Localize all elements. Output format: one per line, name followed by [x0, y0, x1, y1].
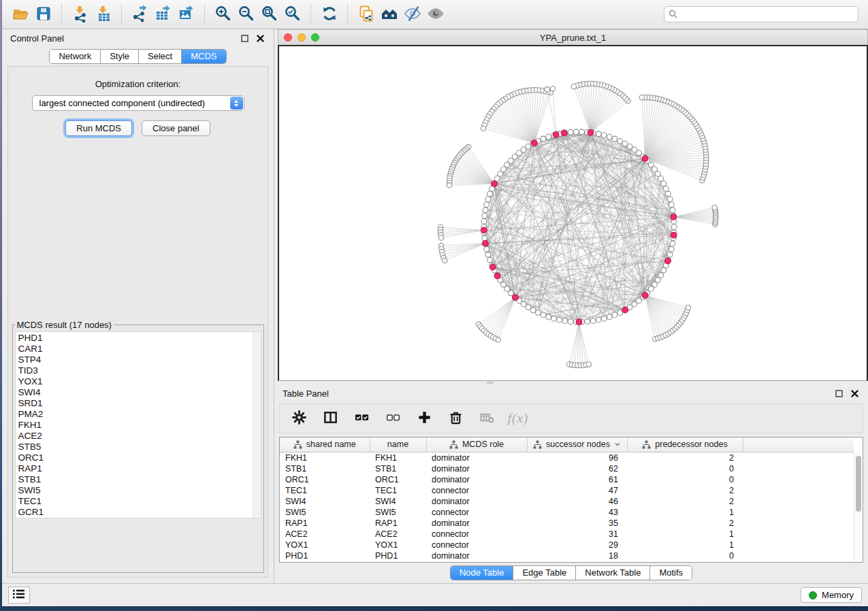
table-scrollbar-thumb[interactable]	[856, 456, 861, 512]
mcds-result-item[interactable]: SWI4	[18, 387, 261, 398]
table-scrollbar-track[interactable]	[854, 452, 862, 561]
predecessor-nodes-cell[interactable]: 0	[627, 463, 743, 474]
function-builder-button[interactable]: f(x)	[506, 407, 530, 430]
successor-nodes-cell[interactable]: 61	[527, 474, 627, 485]
delete-column-button[interactable]	[443, 407, 468, 430]
mcds-result-scrollbar[interactable]	[253, 332, 261, 518]
table-row[interactable]: ORC1ORC1dominator610	[280, 474, 854, 485]
refresh-view-button[interactable]	[318, 3, 341, 25]
successor-nodes-cell[interactable]: 62	[527, 463, 627, 474]
predecessor-nodes-cell[interactable]: 2	[627, 518, 743, 529]
table-tab-edge-table[interactable]: Edge Table	[513, 566, 576, 580]
export-image-button[interactable]	[175, 3, 198, 25]
run-mcds-button[interactable]: Run MCDS	[65, 120, 132, 136]
mcds-result-item[interactable]: TEC1	[18, 496, 261, 507]
predecessor-nodes-cell[interactable]: 2	[627, 496, 743, 507]
column-header-MCDS-role[interactable]: MCDS role	[426, 437, 527, 452]
table-tab-motifs[interactable]: Motifs	[650, 566, 692, 580]
empty-cell[interactable]	[743, 540, 854, 550]
column-header-shared-name[interactable]: shared name	[280, 437, 370, 452]
mcds-role-cell[interactable]: connector	[426, 485, 527, 496]
optimization-criterion-select[interactable]: largest connected component (undirected)	[32, 95, 244, 111]
empty-cell[interactable]	[743, 507, 854, 518]
close-table-panel-button[interactable]	[850, 389, 860, 399]
mcds-result-item[interactable]: SRD1	[18, 398, 261, 409]
table-row[interactable]: ACE2ACE2connector311	[280, 529, 854, 540]
save-session-button[interactable]	[32, 3, 55, 25]
shared-name-cell[interactable]: YOX1	[280, 540, 370, 550]
empty-cell[interactable]	[743, 518, 854, 529]
name-cell[interactable]: TEC1	[370, 485, 426, 496]
control-tab-select[interactable]: Select	[139, 50, 182, 63]
mcds-role-cell[interactable]: dominator	[426, 463, 527, 474]
mcds-result-item[interactable]: PMA2	[18, 409, 261, 420]
deselect-all-rows-button[interactable]	[381, 407, 405, 430]
table-row[interactable]: SWI4SWI4dominator462	[280, 496, 854, 507]
control-tab-style[interactable]: Style	[101, 50, 139, 63]
predecessor-nodes-cell[interactable]: 0	[627, 550, 743, 561]
shared-name-cell[interactable]: FKH1	[280, 452, 370, 463]
predecessor-nodes-cell[interactable]: 2	[627, 452, 743, 463]
predecessor-nodes-cell[interactable]: 1	[627, 529, 743, 540]
first-neighbors-button[interactable]	[378, 3, 401, 25]
column-header-predecessor-nodes[interactable]: predecessor nodes	[627, 437, 743, 452]
export-table-button[interactable]	[152, 3, 175, 25]
mcds-result-item[interactable]: GCR1	[18, 507, 261, 518]
mcds-role-cell[interactable]: connector	[426, 529, 527, 540]
mcds-result-item[interactable]: FKH1	[18, 420, 261, 431]
predecessor-nodes-cell[interactable]: 1	[627, 540, 743, 550]
shared-name-cell[interactable]: ACE2	[280, 529, 370, 540]
duplicate-network-button[interactable]	[355, 3, 378, 25]
zoom-selected-button[interactable]	[281, 3, 304, 25]
delete-table-button[interactable]	[475, 407, 499, 430]
mcds-result-item[interactable]: YOX1	[18, 376, 261, 387]
float-table-panel-button[interactable]	[834, 389, 844, 399]
show-all-button[interactable]	[424, 3, 447, 25]
control-tab-mcds[interactable]: MCDS	[182, 50, 225, 63]
table-row[interactable]: YOX1YOX1connector291	[280, 540, 854, 550]
import-table-button[interactable]	[92, 3, 115, 25]
empty-cell[interactable]	[743, 550, 854, 561]
empty-cell[interactable]	[743, 496, 854, 507]
control-tab-network[interactable]: Network	[50, 50, 101, 63]
mcds-role-cell[interactable]: dominator	[426, 518, 527, 529]
name-cell[interactable]: YOX1	[370, 540, 426, 550]
mcds-role-cell[interactable]: dominator	[426, 474, 527, 485]
mcds-result-item[interactable]: RAP1	[18, 463, 261, 474]
float-panel-button[interactable]	[240, 33, 250, 44]
mcds-result-item[interactable]: STP4	[18, 354, 261, 365]
table-row[interactable]: STB1STB1dominator620	[280, 463, 854, 474]
table-row[interactable]: PHD1PHD1dominator180	[280, 550, 854, 561]
mcds-result-item[interactable]: ORC1	[18, 452, 261, 463]
search-input[interactable]	[664, 6, 858, 22]
table-settings-button[interactable]	[287, 407, 311, 430]
table-row[interactable]: TEC1TEC1connector472	[280, 485, 854, 496]
shared-name-cell[interactable]: RAP1	[280, 518, 370, 529]
shared-name-cell[interactable]: TEC1	[280, 485, 370, 496]
successor-nodes-cell[interactable]: 47	[527, 485, 627, 496]
column-header-successor-nodes[interactable]: successor nodes	[527, 437, 627, 452]
empty-cell[interactable]	[743, 485, 854, 496]
mcds-role-cell[interactable]: dominator	[426, 452, 527, 463]
name-cell[interactable]: ORC1	[370, 474, 426, 485]
name-cell[interactable]: ACE2	[370, 529, 426, 540]
successor-nodes-cell[interactable]: 35	[527, 518, 627, 529]
mcds-role-cell[interactable]: dominator	[426, 550, 527, 561]
table-tab-network-table[interactable]: Network Table	[576, 566, 650, 580]
empty-cell[interactable]	[743, 474, 854, 485]
successor-nodes-cell[interactable]: 46	[527, 496, 627, 507]
table-row[interactable]: FKH1FKH1dominator962	[280, 452, 854, 463]
predecessor-nodes-cell[interactable]: 0	[627, 474, 743, 485]
name-cell[interactable]: SWI5	[370, 507, 426, 518]
empty-cell[interactable]	[743, 452, 854, 463]
mcds-result-item[interactable]: STB5	[18, 442, 261, 452]
empty-cell[interactable]	[743, 463, 854, 474]
table-tab-node-table[interactable]: Node Table	[451, 566, 514, 580]
show-column-panel-button[interactable]	[318, 407, 342, 430]
create-column-button[interactable]	[412, 407, 436, 430]
successor-nodes-cell[interactable]: 18	[527, 550, 627, 561]
successor-nodes-cell[interactable]: 43	[527, 507, 627, 518]
column-header-name[interactable]: name	[370, 437, 426, 452]
name-cell[interactable]: SWI4	[370, 496, 426, 507]
select-all-rows-button[interactable]	[349, 407, 374, 430]
